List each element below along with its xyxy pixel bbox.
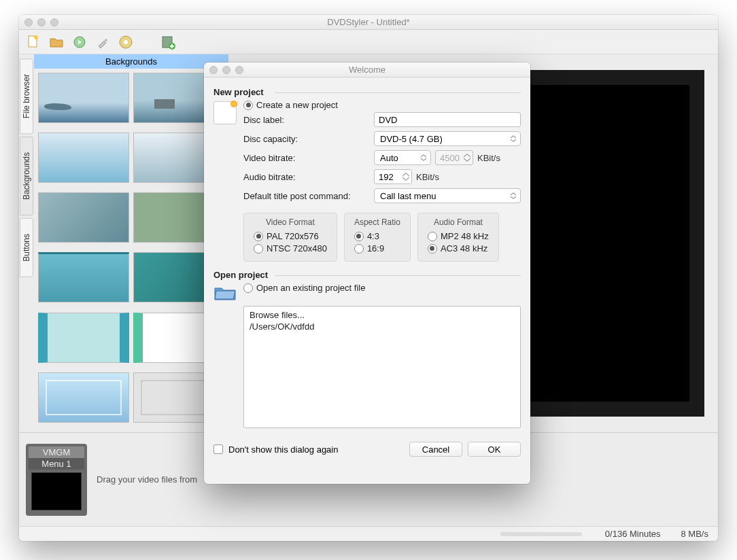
open-existing-label: Open an existing project file [256,283,365,293]
audio-bitrate-input[interactable]: 192 [374,169,412,184]
open-existing-radio[interactable]: Open an existing project file [243,283,365,293]
save-button[interactable] [69,32,90,52]
background-thumb[interactable] [38,372,129,423]
background-thumb[interactable] [38,252,129,302]
radio-icon [243,283,253,293]
dialog-minimize-icon [222,66,230,74]
recent-files-list[interactable]: Browse files... /Users/OK/vdfdd [243,306,521,428]
cancel-button[interactable]: Cancel [409,442,462,457]
new-project-icon [213,101,237,124]
audio-format-group: Audio Format MP2 48 kHz AC3 48 kHz [417,213,499,262]
dialog-title: Welcome [204,65,530,75]
video-format-title: Video Format [254,217,327,227]
video-bitrate-mode[interactable]: Auto [374,150,431,165]
post-command-select[interactable]: Call last menu [374,188,521,203]
welcome-dialog: Welcome New project Create a new project… [204,63,530,484]
radio-icon [254,232,263,241]
dialog-close-icon[interactable] [209,66,218,74]
aspect-ratio-title: Aspect Ratio [354,217,400,227]
dont-show-checkbox[interactable] [213,444,223,454]
audio-bitrate-label: Audio bitrate: [243,172,370,182]
create-new-radio[interactable]: Create a new project [243,100,521,110]
video-bitrate-label: Video bitrate: [243,153,370,163]
zoom-icon[interactable] [50,18,58,27]
toolbar [19,30,718,54]
aspect-ratio-group: Aspect Ratio 4:3 16:9 [344,213,411,262]
audio-format-title: Audio Format [428,217,489,227]
create-new-label: Create a new project [256,100,338,110]
tab-buttons[interactable]: Buttons [20,218,33,277]
disc-label-input[interactable] [374,112,521,127]
af-mp2-radio[interactable]: MP2 48 kHz [428,231,489,241]
svg-point-4 [124,40,128,44]
add-button[interactable] [158,32,178,52]
tab-file-browser[interactable]: File browser [20,58,33,134]
drop-hint: Drag your video files from [97,474,197,485]
status-minutes: 0/136 Minutes [605,529,661,539]
vf-pal-radio[interactable]: PAL 720x576 [254,231,327,241]
window-title: DVDStyler - Untitled* [19,17,718,27]
video-bitrate-input[interactable]: 4500 [435,150,473,165]
af-ac3-radio[interactable]: AC3 48 kHz [428,243,489,253]
background-thumb[interactable] [38,313,129,363]
ar-169-radio[interactable]: 16:9 [354,243,400,253]
radio-icon [428,244,437,253]
minimize-icon[interactable] [37,18,46,27]
radio-icon [354,232,364,241]
browse-files-item[interactable]: Browse files... [250,309,515,321]
post-command-label: Default title post command: [243,191,370,201]
vmgm-label: VMGM [29,447,84,458]
side-tabs: File browser Backgrounds Buttons [19,54,34,432]
gallery-header: Backgrounds [34,54,228,69]
dialog-footer: Don't show this dialog again Cancel OK [204,435,530,463]
vf-ntsc-radio[interactable]: NTSC 720x480 [254,243,327,253]
settings-button[interactable] [92,32,113,52]
disc-capacity-select[interactable]: DVD-5 (4.7 GB) [374,131,521,146]
open-button[interactable] [46,32,67,52]
tab-backgrounds[interactable]: Backgrounds [20,137,33,215]
radio-icon [254,244,263,253]
disc-capacity-label: Disc capacity: [243,134,370,144]
burn-button[interactable] [116,32,136,52]
radio-icon [243,101,253,110]
radio-icon [354,244,364,253]
menu-card[interactable]: VMGM Menu 1 [26,444,87,516]
ar-43-radio[interactable]: 4:3 [354,231,400,241]
audio-bitrate-unit: KBit/s [416,172,439,182]
video-bitrate-unit: KBit/s [477,153,500,163]
dont-show-label: Don't show this dialog again [228,444,338,455]
statusbar: 0/136 Minutes 8 MB/s [19,526,718,541]
menu-thumb [31,472,82,510]
close-icon[interactable] [24,18,33,27]
main-titlebar: DVDStyler - Untitled* [19,15,718,30]
recent-file-item[interactable]: /Users/OK/vdfdd [250,321,515,332]
svg-point-1 [34,35,38,39]
radio-icon [428,232,437,241]
background-thumb[interactable] [38,192,129,243]
background-gallery[interactable] [34,69,228,432]
ok-button[interactable]: OK [468,442,521,457]
dialog-zoom-icon [235,66,243,74]
open-folder-icon [213,283,237,302]
menu1-label: Menu 1 [29,458,84,470]
background-thumb[interactable] [38,73,129,123]
capacity-bar [500,532,582,536]
new-button[interactable] [23,32,44,52]
background-thumb[interactable] [38,133,129,183]
status-rate: 8 MB/s [681,529,708,539]
video-format-group: Video Format PAL 720x576 NTSC 720x480 [243,213,337,262]
disc-label-label: Disc label: [243,115,370,125]
